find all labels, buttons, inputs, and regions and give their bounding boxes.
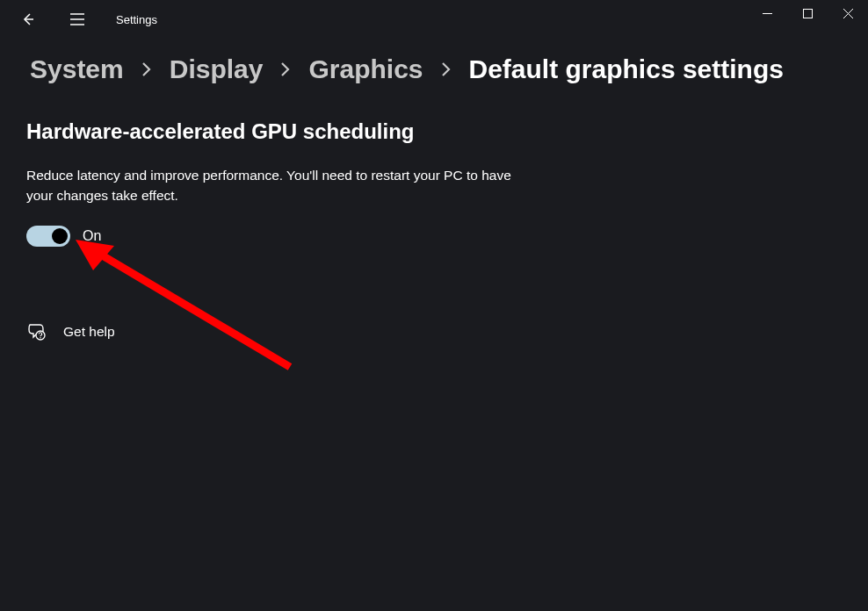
svg-rect-4 <box>803 9 812 18</box>
get-help-link[interactable]: Get help <box>26 322 562 341</box>
chevron-right-icon <box>441 61 452 78</box>
breadcrumb-link-graphics[interactable]: Graphics <box>308 54 423 84</box>
gpu-scheduling-toggle-row: On <box>26 226 562 247</box>
toggle-state-label: On <box>83 228 101 244</box>
hamburger-icon <box>70 13 84 25</box>
maximize-button[interactable] <box>787 0 828 26</box>
svg-point-8 <box>40 337 40 338</box>
minimize-button[interactable] <box>747 0 787 26</box>
minimize-icon <box>763 9 772 18</box>
chevron-right-icon <box>141 61 152 78</box>
back-button[interactable] <box>14 5 42 33</box>
back-arrow-icon <box>21 12 35 26</box>
close-icon <box>843 9 853 18</box>
gpu-scheduling-toggle[interactable] <box>26 226 70 247</box>
content-area: Hardware-accelerated GPU scheduling Redu… <box>0 84 562 341</box>
menu-button[interactable] <box>63 5 91 33</box>
help-icon <box>26 322 46 341</box>
close-button[interactable] <box>828 0 868 26</box>
maximize-icon <box>803 9 813 18</box>
window-controls <box>747 0 868 26</box>
chevron-right-icon <box>280 61 291 78</box>
title-bar: Settings <box>0 0 868 39</box>
breadcrumb: System Display Graphics Default graphics… <box>0 39 868 84</box>
breadcrumb-link-system[interactable]: System <box>30 54 124 84</box>
help-label: Get help <box>63 324 115 340</box>
breadcrumb-current: Default graphics settings <box>469 54 784 84</box>
app-title: Settings <box>116 13 157 26</box>
breadcrumb-link-display[interactable]: Display <box>170 54 264 84</box>
toggle-knob <box>52 228 68 244</box>
section-description: Reduce latency and improve performance. … <box>26 165 536 206</box>
section-heading: Hardware-accelerated GPU scheduling <box>26 119 562 144</box>
